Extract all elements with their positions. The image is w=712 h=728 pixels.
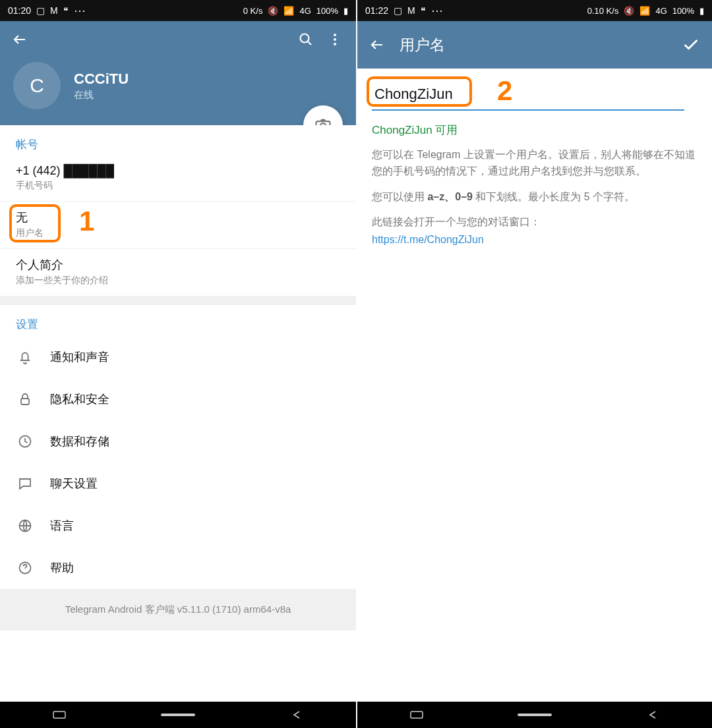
setting-language[interactable]: 语言 xyxy=(0,505,356,547)
battery-icon: ▮ xyxy=(699,6,704,16)
help-text-3: 此链接会打开一个与您的对话窗口： xyxy=(372,214,697,231)
setting-data[interactable]: 数据和存储 xyxy=(0,420,356,462)
settings-scroll[interactable]: 帐号 +1 (442) ██████ 手机号码 无 用户名 1 个人简介 添加一… xyxy=(0,125,356,702)
battery-level: 100% xyxy=(316,6,338,16)
nav-recent-button[interactable] xyxy=(387,710,446,719)
status-time: 01:20 xyxy=(8,5,31,16)
mail-icon: M xyxy=(407,5,415,16)
svg-point-1 xyxy=(334,34,336,36)
svg-rect-6 xyxy=(21,399,29,405)
phone-label: 手机号码 xyxy=(16,180,340,192)
globe-icon xyxy=(16,517,34,535)
signal-4g-icon: 4G xyxy=(655,6,667,16)
setting-notifications[interactable]: 通知和声音 xyxy=(0,336,356,378)
hangouts-icon: ❝ xyxy=(63,5,69,16)
annotation-number-1: 1 xyxy=(79,206,94,237)
nav-home-button[interactable] xyxy=(148,710,208,719)
bio-sub: 添加一些关于你的介绍 xyxy=(16,275,340,287)
svg-rect-12 xyxy=(411,712,423,718)
android-nav-bar xyxy=(0,702,356,728)
help-text-2: 您可以使用 a–z、0–9 和下划线。最小长度为 5 个字符。 xyxy=(372,189,697,206)
help-text-1: 您可以在 Telegram 上设置一个用户名。设置后，别人将能够在不知道您的手机… xyxy=(372,147,697,180)
help-text-2a: 您可以使用 xyxy=(372,191,427,202)
username-input[interactable] xyxy=(372,80,684,111)
phone-left-settings: 01:20 ▢ M ❝ 0 K/s 🔇 📶 4G 100% ▮ C xyxy=(0,0,356,728)
profile-header: C CCCiTU 在线 xyxy=(0,58,356,125)
annotation-number-2: 2 xyxy=(497,75,512,107)
mail-icon: M xyxy=(50,5,58,16)
row-phone[interactable]: +1 (442) ██████ 手机号码 xyxy=(0,156,356,202)
section-account: 帐号 xyxy=(0,125,356,156)
more-menu-button[interactable] xyxy=(324,29,345,50)
help-icon xyxy=(16,559,34,577)
setting-label: 数据和存储 xyxy=(50,434,109,449)
setting-label: 通知和声音 xyxy=(50,349,109,365)
nav-back-button[interactable] xyxy=(623,710,682,719)
nav-back-button[interactable] xyxy=(267,710,326,719)
check-icon xyxy=(682,36,700,54)
mute-icon: 🔇 xyxy=(624,6,634,16)
avatar[interactable]: C xyxy=(13,62,61,109)
bell-icon xyxy=(16,348,34,366)
hangouts-icon: ❝ xyxy=(421,5,426,16)
setting-chat[interactable]: 聊天设置 xyxy=(0,462,356,505)
search-button[interactable] xyxy=(295,29,316,50)
setting-privacy[interactable]: 隐私和安全 xyxy=(0,378,356,420)
chat-icon xyxy=(16,474,34,493)
username-availability: ChongZiJun 可用 xyxy=(372,123,697,138)
picture-icon: ▢ xyxy=(36,5,45,16)
help-text-2c: 和下划线。最小长度为 5 个字符。 xyxy=(473,191,635,202)
version-footer: Telegram Android 客户端 v5.11.0 (1710) arm6… xyxy=(0,589,356,630)
picture-icon: ▢ xyxy=(394,5,402,16)
status-time: 01:22 xyxy=(365,5,388,16)
setting-label: 聊天设置 xyxy=(50,476,98,491)
username-content: 2 ChongZiJun 可用 您可以在 Telegram 上设置一个用户名。设… xyxy=(357,69,712,702)
mute-icon: 🔇 xyxy=(268,6,278,16)
status-bar: 01:20 ▢ M ❝ 0 K/s 🔇 📶 4G 100% ▮ xyxy=(0,0,356,21)
nav-home-button[interactable] xyxy=(505,710,564,719)
setting-help[interactable]: 帮助 xyxy=(0,547,356,589)
back-button[interactable] xyxy=(368,36,386,54)
avatar-letter: C xyxy=(30,74,44,97)
phone-value: +1 (442) ██████ xyxy=(16,164,340,178)
app-bar xyxy=(0,21,356,58)
nav-recent-button[interactable] xyxy=(30,710,89,719)
annotation-highlight-1 xyxy=(9,204,61,242)
help-text-2b: a–z、0–9 xyxy=(427,191,473,202)
section-settings: 设置 xyxy=(0,305,356,336)
android-nav-bar xyxy=(357,702,712,728)
setting-label: 语言 xyxy=(50,518,74,534)
phone-right-username: 01:22 ▢ M ❝ 0.10 K/s 🔇 📶 4G 100% ▮ 用户名 xyxy=(356,0,712,728)
row-username[interactable]: 无 用户名 1 xyxy=(0,202,356,249)
svg-rect-11 xyxy=(161,714,195,716)
lock-icon xyxy=(16,390,34,408)
profile-link[interactable]: https://t.me/ChongZiJun xyxy=(372,234,484,245)
setting-label: 隐私和安全 xyxy=(50,391,109,407)
screen-title: 用户名 xyxy=(400,35,672,55)
svg-rect-10 xyxy=(53,712,65,718)
back-button[interactable] xyxy=(11,30,29,49)
more-notifications-icon xyxy=(74,5,86,16)
clock-icon xyxy=(16,432,34,451)
username-value: 无 xyxy=(16,210,340,225)
row-bio[interactable]: 个人简介 添加一些关于你的介绍 xyxy=(0,249,356,296)
bio-title: 个人简介 xyxy=(16,257,340,273)
status-bar: 01:22 ▢ M ❝ 0.10 K/s 🔇 📶 4G 100% ▮ xyxy=(357,0,712,21)
confirm-button[interactable] xyxy=(680,34,701,55)
net-speed: 0.10 K/s xyxy=(587,6,619,16)
net-speed: 0 K/s xyxy=(243,6,263,16)
profile-name: CCCiTU xyxy=(74,70,129,88)
username-label: 用户名 xyxy=(16,227,340,239)
svg-rect-13 xyxy=(518,714,552,716)
more-notifications-icon xyxy=(431,5,443,16)
svg-point-2 xyxy=(334,38,336,41)
battery-icon: ▮ xyxy=(343,6,348,16)
signal-4g-icon: 4G xyxy=(299,6,311,16)
wifi-icon: 📶 xyxy=(639,6,650,16)
wifi-icon: 📶 xyxy=(283,6,294,16)
battery-level: 100% xyxy=(672,6,694,16)
svg-point-3 xyxy=(334,43,336,45)
svg-point-0 xyxy=(301,34,309,43)
app-bar: 用户名 xyxy=(357,21,712,69)
setting-label: 帮助 xyxy=(50,560,74,576)
